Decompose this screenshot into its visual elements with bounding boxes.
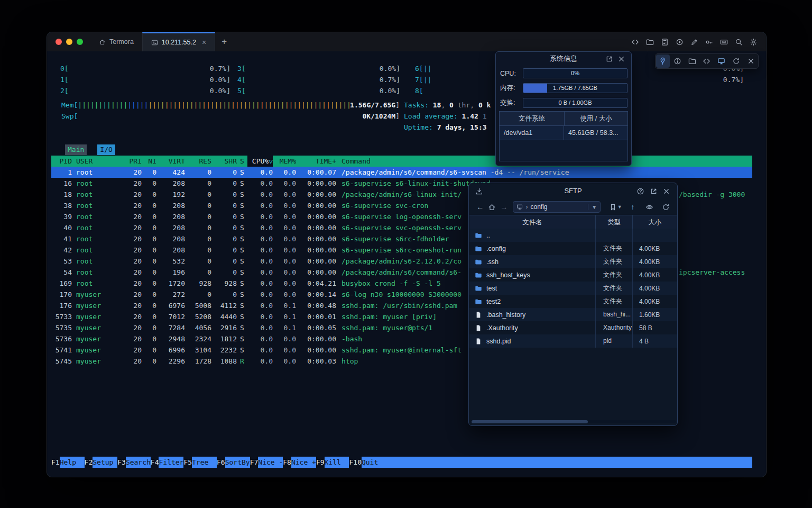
new-tab-button[interactable]: + bbox=[215, 37, 233, 47]
column-header-state[interactable]: S bbox=[237, 156, 247, 167]
keymap-icon[interactable] bbox=[720, 38, 728, 46]
parent-directory-icon[interactable]: ↑ bbox=[627, 203, 639, 211]
pri-cell: 20 bbox=[121, 256, 142, 267]
res-cell: 1728 bbox=[185, 356, 211, 367]
column-header-user[interactable]: USER bbox=[76, 156, 114, 167]
column-filename[interactable]: 文件名 bbox=[469, 215, 596, 229]
close-icon[interactable] bbox=[744, 55, 758, 68]
file-row-.ssh[interactable]: .ssh文件夹4.00KB bbox=[469, 255, 677, 268]
key-icon[interactable] bbox=[705, 38, 713, 46]
virt-cell: 208 bbox=[156, 211, 185, 222]
column-size[interactable]: 大小 bbox=[633, 218, 677, 227]
mem-cell: 0.0 bbox=[273, 233, 296, 244]
user-cell: myuser bbox=[76, 344, 114, 356]
maximize-window-button[interactable] bbox=[77, 39, 83, 45]
home-icon[interactable] bbox=[486, 203, 497, 211]
tab-termora[interactable]: Termora bbox=[90, 32, 142, 51]
time-cell: 0:00.05 bbox=[296, 322, 336, 333]
file-row-ssh_host_keys[interactable]: ssh_host_keys文件夹4.00KB bbox=[469, 268, 677, 282]
fkey-f3[interactable]: F3Search bbox=[117, 457, 151, 468]
fkey-f4[interactable]: F4Filter bbox=[151, 457, 184, 468]
fkey-f8[interactable]: F8Nice + bbox=[283, 457, 316, 468]
edit-icon[interactable] bbox=[690, 38, 698, 46]
folder-icon[interactable] bbox=[646, 38, 654, 46]
back-icon[interactable]: ← bbox=[474, 203, 486, 211]
time-cell: 0:00.00 bbox=[296, 178, 336, 189]
folder-icon[interactable] bbox=[685, 55, 699, 68]
user-cell: root bbox=[76, 189, 114, 200]
refresh-icon[interactable] bbox=[660, 203, 672, 211]
column-header-mem[interactable]: MEM% bbox=[273, 156, 296, 167]
swap-usage-meter: 交换:0 B / 1.00GB bbox=[500, 98, 628, 108]
close-panel-icon[interactable] bbox=[662, 187, 670, 195]
show-hidden-files-icon[interactable] bbox=[643, 203, 655, 211]
column-type[interactable]: 类型 bbox=[596, 215, 633, 229]
close-window-button[interactable] bbox=[56, 39, 62, 45]
state-cell: R bbox=[237, 356, 247, 367]
refresh-icon[interactable] bbox=[729, 55, 743, 68]
tab-main[interactable]: Main bbox=[65, 144, 87, 155]
file-row-.Xauthority[interactable]: .XauthorityXauthority58 B bbox=[469, 321, 677, 334]
forward-icon[interactable]: → bbox=[498, 203, 510, 211]
code-icon[interactable] bbox=[700, 55, 714, 68]
ni-cell: 0 bbox=[142, 300, 156, 311]
pid-cell: 53 bbox=[53, 256, 72, 267]
file-row-test2[interactable]: test2文件夹4.00KB bbox=[469, 295, 677, 308]
code-icon[interactable] bbox=[631, 38, 639, 46]
column-header-res[interactable]: RES bbox=[185, 156, 211, 167]
bookmark-dropdown-icon[interactable]: ▼ bbox=[617, 204, 622, 210]
filesystem-row[interactable]: /dev/vda145.61GB / 58.3... bbox=[500, 126, 628, 140]
tab-io[interactable]: I/O bbox=[97, 144, 115, 155]
horizontal-scrollbar[interactable] bbox=[470, 420, 676, 423]
info-icon[interactable] bbox=[671, 55, 685, 68]
file-row-.config[interactable]: .config文件夹4.00KB bbox=[469, 242, 677, 255]
pin-icon[interactable] bbox=[656, 55, 670, 68]
column-header-time[interactable]: TIME+ bbox=[296, 156, 336, 167]
open-in-window-icon[interactable] bbox=[650, 187, 658, 195]
open-in-window-icon[interactable] bbox=[605, 55, 613, 63]
state-cell: S bbox=[237, 167, 247, 178]
fkey-f6[interactable]: F6SortBy bbox=[217, 457, 250, 468]
column-header-shr[interactable]: SHR bbox=[211, 156, 237, 167]
column-header-pid[interactable]: PID bbox=[53, 156, 72, 167]
settings-icon[interactable] bbox=[750, 38, 758, 46]
path-bar[interactable]: › config ▼ bbox=[513, 201, 601, 213]
file-row-.bash_history[interactable]: .bash_historybash_hi...1.60KB bbox=[469, 308, 677, 321]
virt-cell: 6996 bbox=[156, 344, 185, 356]
fkey-f1[interactable]: F1Help bbox=[51, 457, 85, 468]
file-row-sshd.pid[interactable]: sshd.pidpid4 B bbox=[469, 334, 677, 348]
column-header-pri[interactable]: PRI bbox=[121, 156, 142, 167]
record-icon[interactable] bbox=[676, 38, 684, 46]
virt-cell: 208 bbox=[156, 178, 185, 189]
fkey-f9[interactable]: F9Kill bbox=[316, 457, 349, 468]
process-row-1[interactable]: 1root20042400S0.00.00:00.07/package/admi… bbox=[51, 167, 752, 178]
column-header-virt[interactable]: VIRT bbox=[156, 156, 185, 167]
fkey-f10[interactable]: F10Quit bbox=[349, 457, 386, 468]
cpu-cell: 0.0 bbox=[247, 300, 273, 311]
minimize-window-button[interactable] bbox=[66, 39, 72, 45]
tab-label: 10.211.55.2 bbox=[162, 39, 196, 46]
scrollbar-thumb[interactable] bbox=[472, 420, 588, 423]
tab-ssh-host[interactable]: 10.211.55.2 × bbox=[142, 32, 215, 51]
file-row-test[interactable]: test文件夹4.00KB bbox=[469, 282, 677, 295]
shr-cell: 0 bbox=[211, 267, 237, 278]
column-header-ni[interactable]: NI bbox=[142, 156, 156, 167]
virt-cell: 532 bbox=[156, 256, 185, 267]
file-row-parent[interactable]: .. bbox=[469, 229, 677, 242]
res-cell: 4056 bbox=[185, 322, 211, 333]
close-panel-icon[interactable] bbox=[617, 55, 625, 63]
column-header-cpu[interactable]: CPU%▽ bbox=[247, 156, 273, 167]
cpu-cell: 0.0 bbox=[247, 189, 273, 200]
fkey-f2[interactable]: F2Setup bbox=[85, 457, 118, 468]
fkey-f7[interactable]: F7Nice - bbox=[250, 457, 283, 468]
log-icon[interactable] bbox=[661, 38, 669, 46]
shr-cell: 2916 bbox=[211, 322, 237, 333]
meter-value: 0% bbox=[523, 69, 627, 78]
close-tab-icon[interactable]: × bbox=[202, 39, 206, 46]
help-icon[interactable] bbox=[636, 187, 644, 195]
file-type: 文件夹 bbox=[596, 268, 633, 282]
path-dropdown-icon[interactable]: ▼ bbox=[588, 204, 597, 210]
monitor-icon[interactable] bbox=[715, 55, 728, 68]
search-icon[interactable] bbox=[735, 38, 743, 46]
fkey-f5[interactable]: F5Tree bbox=[183, 457, 217, 468]
